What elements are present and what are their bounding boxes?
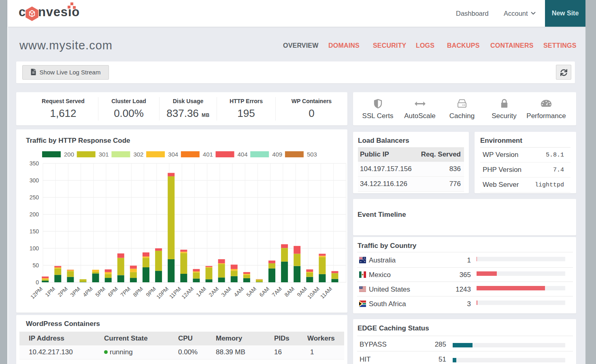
- svg-text:10PM: 10PM: [155, 286, 170, 301]
- svg-text:11AM: 11AM: [319, 286, 333, 300]
- svg-text:2PM: 2PM: [57, 286, 69, 298]
- svg-text:150: 150: [30, 228, 39, 235]
- svg-text:100: 100: [30, 245, 39, 252]
- svg-text:8PM: 8PM: [132, 286, 144, 298]
- svg-text:5PM: 5PM: [94, 286, 106, 298]
- svg-text:6AM: 6AM: [258, 286, 270, 298]
- svg-text:409: 409: [272, 151, 282, 158]
- svg-text:301: 301: [99, 151, 109, 158]
- svg-text:12PM: 12PM: [30, 286, 44, 301]
- svg-text:1PM: 1PM: [44, 286, 56, 298]
- svg-text:304: 304: [168, 151, 178, 158]
- svg-text:503: 503: [307, 151, 317, 158]
- svg-text:3PM: 3PM: [69, 286, 81, 298]
- svg-text:11PM: 11PM: [168, 286, 182, 300]
- svg-text:2AM: 2AM: [208, 286, 220, 298]
- svg-text:10AM: 10AM: [307, 286, 321, 301]
- svg-text:1AM: 1AM: [195, 286, 207, 298]
- svg-text:401: 401: [203, 151, 213, 158]
- svg-text:5AM: 5AM: [245, 286, 258, 298]
- svg-text:0: 0: [36, 279, 39, 286]
- svg-text:200: 200: [30, 211, 39, 218]
- svg-text:50: 50: [32, 262, 39, 269]
- svg-text:7AM: 7AM: [271, 286, 283, 298]
- svg-text:350: 350: [30, 160, 39, 167]
- svg-text:6PM: 6PM: [107, 286, 119, 298]
- svg-text:404: 404: [238, 151, 248, 158]
- svg-text:302: 302: [133, 151, 143, 158]
- svg-text:12AM: 12AM: [181, 286, 195, 301]
- svg-text:4AM: 4AM: [233, 286, 245, 298]
- svg-text:250: 250: [30, 194, 39, 201]
- svg-text:7PM: 7PM: [119, 286, 132, 298]
- svg-text:3AM: 3AM: [220, 286, 232, 298]
- svg-text:4PM: 4PM: [82, 286, 94, 298]
- svg-text:200: 200: [64, 151, 74, 158]
- svg-text:8AM: 8AM: [283, 286, 296, 298]
- svg-text:300: 300: [30, 177, 39, 184]
